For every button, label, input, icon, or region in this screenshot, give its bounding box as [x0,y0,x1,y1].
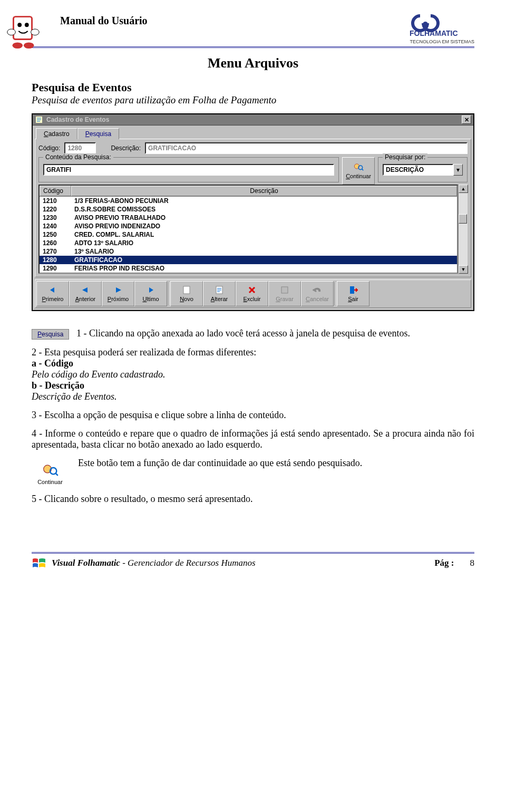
excluir-button[interactable]: Excluir [236,281,268,306]
table-row[interactable]: 1240AVISO PREVIO INDENIZADO [40,222,457,230]
svg-point-5 [13,42,23,49]
descricao-field[interactable]: GRATIFICACAO [145,142,468,154]
table-row[interactable]: 1220D.S.R.SOBRE COMISSOES [40,205,457,214]
cancelar-button: Cancelar [301,281,334,306]
page-header: Manual do Usuário FOLHAMATIC TECNOLOGIA … [32,13,474,48]
search-character-icon [42,463,59,478]
tab-pesquisa[interactable]: Pesquisa [77,128,119,139]
gravar-button: Gravar [268,281,301,306]
svg-point-6 [24,42,34,49]
table-row[interactable]: 12101/3 FERIAS-ABONO PECUNIAR [40,197,457,205]
footer-product-bold: Visual Folhamatic [52,558,120,568]
codigo-field[interactable]: 1280 [64,142,96,154]
scroll-up-icon[interactable]: ▲ [459,185,468,193]
table-row[interactable]: 1230AVISO PREVIO TRABALHADO [40,214,457,222]
col-header-codigo[interactable]: Código [40,186,71,196]
section-title: Pesquisa de Eventos [32,81,474,94]
first-icon [47,285,58,295]
table-row[interactable]: 1250CRED. COMPL. SALARIAL [40,230,457,239]
descricao-label: Descrição: [111,144,141,152]
close-button[interactable]: ✕ [462,115,471,124]
svg-line-19 [55,473,58,476]
menu-title: Menu Arquivos [32,55,474,71]
paragraph-4: 4 - Informe o conteúdo e repare que o qu… [32,428,474,450]
results-grid[interactable]: Código Descrição 12101/3 FERIAS-ABONO PE… [38,185,458,274]
scroll-thumb[interactable] [459,214,467,224]
codigo-label: Código: [38,144,60,152]
page-footer: Visual Folhamatic - Gerenciador de Recur… [32,552,474,569]
svg-point-2 [25,23,29,27]
conteudo-group: GRATIFI [38,157,339,182]
sair-button[interactable]: Sair [337,281,369,306]
pesquisar-por-group: DESCRIÇÃO ▾ [378,157,468,182]
svg-point-7 [423,22,428,27]
svg-rect-15 [281,287,288,293]
toolbar-label: Próximo [108,296,129,302]
toolbar-label: Alterar [211,296,228,302]
svg-rect-0 [13,17,32,40]
table-row[interactable]: 1260ADTO 13º SALARIO [40,239,457,247]
windows-flag-icon [32,557,46,569]
cadastro-eventos-window: Cadastro de Eventos ✕ Cadastro Pesquisa … [32,113,474,311]
record-toolbar: PrimeiroAnteriorPróximoUltimoNovoAlterar… [35,279,471,308]
ultimo-button[interactable]: Ultimo [134,281,167,306]
footer-product-rest: - Gerenciador de Recursos Humanos [120,558,256,568]
toolbar-label: Primeiro [42,296,64,302]
undo-icon [312,285,323,295]
toolbar-label: Excluir [243,296,260,302]
pesquisar-por-combo[interactable]: DESCRIÇÃO ▾ [383,164,463,176]
toolbar-label: Gravar [276,296,294,302]
svg-point-4 [31,29,40,35]
footer-page-num: 8 [470,558,475,568]
svg-text:FOLHAMATIC: FOLHAMATIC [410,29,458,37]
opt-b-desc: Descrição de Eventos. [32,391,116,402]
search-character-icon [353,161,364,173]
footer-page-label: Pág : [434,558,454,568]
window-icon [35,115,43,124]
toolbar-label: Ultimo [142,296,159,302]
continuar-badge-label: ontinuar [42,479,63,485]
svg-point-1 [17,23,22,27]
svg-rect-13 [183,286,190,294]
header-title: Manual do Usuário [60,13,148,27]
scroll-down-icon[interactable]: ▼ [459,265,468,274]
opt-a-label: a - Código [32,358,73,369]
edit-icon [214,285,225,295]
new-icon [181,285,192,295]
proximo-button[interactable]: Próximo [102,281,134,306]
last-icon [145,285,156,295]
grid-scrollbar[interactable]: ▲ ▼ [458,185,468,274]
continuar-badge: Continuar [32,458,69,490]
window-title: Cadastro de Eventos [46,116,109,123]
paragraph-2: 2 - Esta pesquisa poderá ser realizada d… [32,347,256,357]
continuar-text: Este botão tem a função de dar continuid… [32,458,474,469]
svg-point-3 [7,29,16,35]
col-header-descricao[interactable]: Descrição [71,186,457,196]
pesquisa-chip: Pesquisa [32,329,69,340]
chevron-down-icon[interactable]: ▾ [453,164,463,176]
prev-icon [80,285,91,295]
paragraph-5: 5 - Clicando sobre o resultado, o mesmo … [32,494,474,505]
primeiro-button[interactable]: Primeiro [36,281,69,306]
tab-cadastro[interactable]: Cadastro [36,128,77,139]
opt-b-label: b - Descrição [32,380,84,391]
mascot-icon [2,9,43,51]
vendor-logo: FOLHAMATIC TECNOLOGIA EM SISTEMAS [410,13,474,44]
conteudo-input[interactable]: GRATIFI [43,164,334,176]
delete-icon [247,285,257,295]
save-icon [279,285,290,295]
continuar-button[interactable]: Continuar [342,157,375,185]
paragraph-1: 1 - Clicando na opção anexada ao lado vo… [76,328,410,339]
toolbar-label: Cancelar [306,296,329,302]
table-row[interactable]: 1280GRATIFICACAO [40,256,457,264]
svg-line-12 [362,169,363,170]
toolbar-label: Anterior [75,296,96,302]
anterior-button[interactable]: Anterior [69,281,102,306]
alterar-button[interactable]: Alterar [203,281,236,306]
opt-a-desc: Pelo código do Evento cadastrado. [32,369,165,380]
novo-button[interactable]: Novo [170,281,203,306]
table-row[interactable]: 1290FERIAS PROP IND RESCISAO [40,264,457,273]
toolbar-label: Novo [180,296,193,302]
next-icon [113,285,123,295]
table-row[interactable]: 127013º SALARIO [40,247,457,256]
